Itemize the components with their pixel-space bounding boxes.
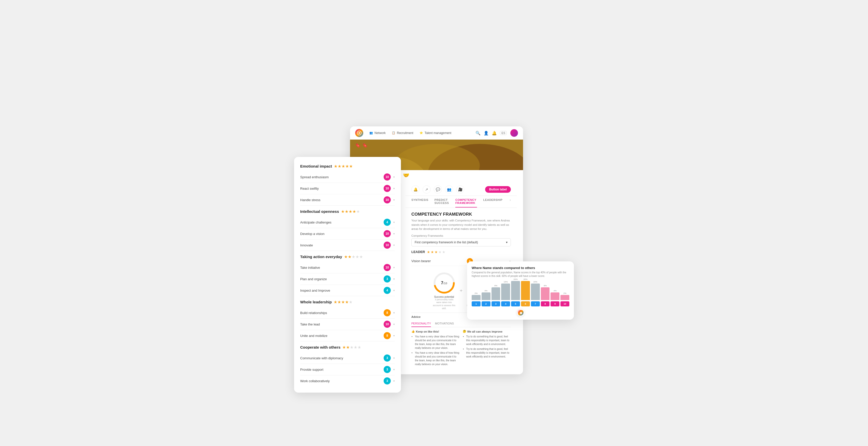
bar-num-label: 3 <box>492 301 500 307</box>
chevron-icon: ▾ <box>393 244 395 247</box>
advice-cols: 👍 Keep on like this! You have a very cle… <box>411 330 511 367</box>
row-react-swiftly[interactable]: React swiftly 10 ▾ <box>300 183 395 194</box>
emoji-icon: 🤝 <box>403 172 409 178</box>
score-provide-support: 3 <box>384 366 391 373</box>
score-anticipate: 4 <box>384 219 391 226</box>
bell-icon[interactable]: 🔔 <box>492 131 496 135</box>
tab-competency-framework[interactable]: COMPETENCY FRAMEWORK <box>455 196 477 208</box>
bar-col-2: 4%2 <box>482 290 491 307</box>
framework-label: Competency Frameworks <box>411 234 511 237</box>
bar-pct-label: 15% <box>533 281 537 283</box>
bar-num-label: 5 <box>511 301 520 307</box>
improve-list: Try to do something that is good, feel t… <box>463 334 511 358</box>
row-unite-mobilize[interactable]: Unite and mobilize 8 ▾ <box>300 330 395 342</box>
keep-on-item-2: You have a very clear idea of how thing … <box>415 351 460 366</box>
bookmark-blue[interactable]: 🔖 <box>362 141 368 149</box>
score-innovate: 10 <box>384 242 391 249</box>
chevron-icon: ▾ <box>393 221 395 224</box>
score-react-swiftly: 10 <box>384 185 391 192</box>
bar-num-label: 9 <box>551 301 559 307</box>
app-logo[interactable] <box>355 129 363 137</box>
search-icon[interactable]: 🔍 <box>475 131 480 135</box>
tab-personality[interactable]: PERSONALITY <box>411 320 431 327</box>
framework-select[interactable]: First competency framework in the list (… <box>411 238 511 246</box>
bar-col-6: 20%6 <box>521 278 530 307</box>
tab-predict-success[interactable]: PREDICT SUCCESS <box>435 196 449 208</box>
success-score-circle: 7/10 <box>433 272 456 294</box>
row-spread-enthusiasm[interactable]: Spread enthusiasm 10 ▾ <box>300 171 395 183</box>
chat-action-btn[interactable]: 💬 <box>434 185 442 193</box>
chart-desc: Compared to the general population, Name… <box>472 271 569 278</box>
chevron-icon: ▾ <box>393 266 395 269</box>
chevron-icon: ▾ <box>393 334 395 338</box>
section-emotional-impact: Emotional impact ★★★★★ <box>300 164 395 168</box>
chart-logo <box>472 309 569 316</box>
bookmark-icons: 🔖 🔖 <box>354 141 368 149</box>
competency-heading: COMPETENCY FRAMEWORK <box>411 212 511 217</box>
bar-col-1: 2%1 <box>472 292 480 307</box>
stars-action: ★★★★★ <box>344 255 363 259</box>
tab-more-icon[interactable]: › <box>509 196 511 208</box>
chevron-icon: ▾ <box>393 323 395 326</box>
bar-chart: 2%14%29%315%420%520%615%79%84%92%10 <box>472 281 569 307</box>
nav-recruitment[interactable]: 📋 Recruitment <box>392 131 413 135</box>
bell-action-btn[interactable]: 🔔 <box>411 185 420 193</box>
bar-num-label: 7 <box>531 301 540 307</box>
header-nav: 👥 Network 📋 Recruitment ⭐ Talent managem… <box>350 126 523 139</box>
row-communicate-diplomacy[interactable]: Communicate with diplomacy 3 ▾ <box>300 352 395 364</box>
profile-actions: 🔔 ↗ 💬 👥 🎥 Button label <box>405 183 517 196</box>
row-build-relationships[interactable]: Build relationships 8 ▾ <box>300 307 395 319</box>
video-btn[interactable]: 🎥 <box>456 185 464 193</box>
left-competency-card: Emotional impact ★★★★★ Spread enthusiasm… <box>294 157 401 392</box>
row-take-initiative[interactable]: Take initiative 10 ▾ <box>300 262 395 273</box>
success-score-text: 7/10 <box>441 281 447 285</box>
row-work-collaboratively[interactable]: Work collaboratively 3 ▾ <box>300 375 395 386</box>
nav-talent-management[interactable]: ⭐ Talent management <box>420 131 451 135</box>
tab-motivations[interactable]: MOTIVATIONS <box>435 320 454 327</box>
bar-rect <box>531 284 540 300</box>
chart-logo-circle <box>517 309 524 316</box>
keep-on-item-1: You have a very clear idea of how thing … <box>415 334 460 350</box>
chart-title: Where Name stands compared to others <box>472 266 569 270</box>
row-provide-support[interactable]: Provide support 3 ▾ <box>300 364 395 375</box>
bookmark-red[interactable]: 🔖 <box>354 141 361 149</box>
tab-synthesis[interactable]: SYNTHESIS <box>411 196 428 208</box>
chevron-icon: ▾ <box>393 198 395 202</box>
tab-leadership[interactable]: LEADERSHIP <box>483 196 502 208</box>
bar-col-3: 9%3 <box>492 285 500 307</box>
improve-title: 🤔 We all can always improve <box>463 330 511 333</box>
vision-label: Vision bearer <box>411 259 431 263</box>
bar-num-label: 1 <box>472 301 480 307</box>
chevron-icon: ▾ <box>393 278 395 281</box>
row-anticipate[interactable]: Anticipate challenges 4 ▾ <box>300 217 395 228</box>
language-badge[interactable]: ES <box>500 131 507 135</box>
share-action-btn[interactable]: ↗ <box>423 185 431 193</box>
user-avatar-small[interactable] <box>510 129 518 137</box>
stars-leadership: ★★★★★ <box>334 300 352 304</box>
button-label-btn[interactable]: Button label <box>485 186 511 193</box>
chevron-icon: ▾ <box>393 379 395 383</box>
row-handle-stress[interactable]: Handle stress 10 ▾ <box>300 194 395 206</box>
chevron-icon: ▾ <box>393 368 395 371</box>
user-icon[interactable]: 👤 <box>484 131 488 135</box>
score-spread-enthusiasm: 10 <box>384 173 391 181</box>
add-person-btn[interactable]: 👥 <box>445 185 453 193</box>
nav-network[interactable]: 👥 Network <box>369 131 386 135</box>
chevron-icon: ▾ <box>393 176 395 179</box>
row-take-lead[interactable]: Take the lead 10 ▾ <box>300 319 395 330</box>
row-innovate[interactable]: Innovate 10 ▾ <box>300 240 395 251</box>
row-plan-organize[interactable]: Plan and organize 3 ▾ <box>300 273 395 285</box>
keep-on-list: You have a very clear idea of how thing … <box>411 334 460 366</box>
success-score-value: 7/10 <box>441 281 447 285</box>
bar-pct-label: 20% <box>514 278 518 281</box>
advice-tabs: PERSONALITY MOTIVATIONS <box>411 320 511 327</box>
row-inspect-improve[interactable]: Inspect and Improve 4 ▾ <box>300 285 395 296</box>
section-cooperate: Cooperate with others ★★★★★ <box>300 345 395 349</box>
score-inspect-improve: 4 <box>384 287 391 294</box>
bar-col-10: 2%10 <box>560 292 569 307</box>
score-unite-mobilize: 8 <box>384 332 391 339</box>
row-develop-vision[interactable]: Develop a vision 10 ▾ <box>300 228 395 240</box>
bar-num-label: 2 <box>482 301 491 307</box>
success-sub: 3 personality traits were taken into acc… <box>433 298 456 310</box>
success-label: Success potential <box>433 295 456 298</box>
